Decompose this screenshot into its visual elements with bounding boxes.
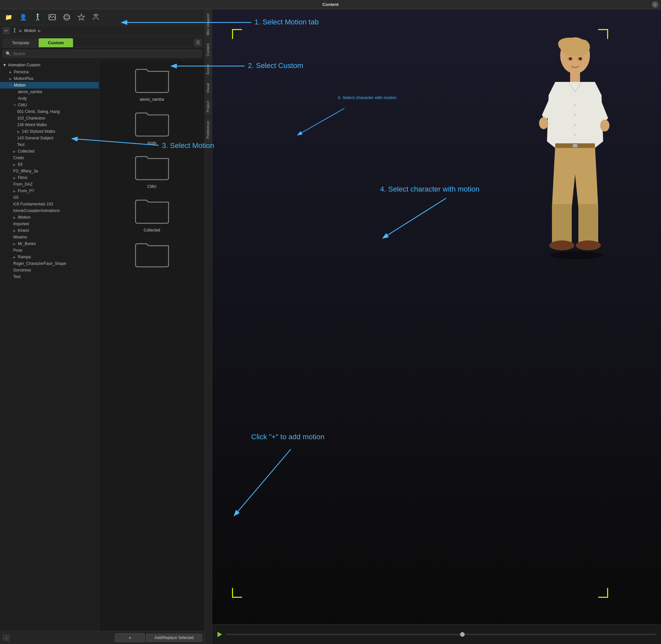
side-tab-visual[interactable]: Visual — [205, 79, 212, 97]
side-tab-content[interactable]: Content — [205, 39, 212, 61]
side-tab-mini-viewport[interactable]: Mini Viewport — [205, 9, 212, 39]
103-label: 103_Charleston — [17, 116, 45, 120]
fromdaz-label: From_DAZ — [13, 182, 33, 187]
breadcrumb-motion-icon — [12, 28, 17, 34]
tree-item-143[interactable]: 143 General Subject — [0, 135, 99, 141]
svg-rect-19 — [570, 72, 580, 82]
elf-arrow: ▶ — [13, 163, 17, 166]
001-label: 001 Climb, Swing, Hang — [17, 109, 60, 114]
folder-cmu-icon — [132, 151, 172, 182]
tree-item-sorceress[interactable]: Sorceress — [0, 267, 99, 273]
tree-root-label: ▼ Animation Custom — [0, 62, 99, 69]
add-replace-button[interactable]: Add/Replace Selected — [146, 634, 202, 642]
tree-item-001[interactable]: 001 Climb, Swing, Hang — [0, 108, 99, 115]
play-button[interactable] — [218, 632, 222, 637]
avatar-tab-icon[interactable] — [90, 11, 102, 23]
tree-item-kinect[interactable]: ▶ Kinect — [0, 227, 99, 234]
motion-tab-icon[interactable] — [32, 11, 44, 23]
tree-item-cmu[interactable]: ▼ CMU — [0, 102, 99, 108]
svg-point-31 — [574, 134, 576, 136]
tree-item-mixamo[interactable]: Mixamo — [0, 234, 99, 240]
tree-item-alexis[interactable]: alexis_samba — [0, 89, 99, 95]
tree-item-persona[interactable]: ▶ Persona — [0, 69, 99, 75]
tree-item-ic6[interactable]: iC6 Fundamentals 103 — [0, 201, 99, 207]
timeline-slider[interactable] — [226, 634, 656, 635]
mrbones-label: Mr_Bones — [18, 242, 36, 246]
folder-collected-icon — [132, 194, 172, 226]
tree-item-elf[interactable]: ▶ Elf — [0, 161, 99, 168]
bracket-bottom-left — [232, 588, 242, 598]
rampa-label: Rampa — [18, 255, 31, 259]
films-arrow: ▶ — [13, 176, 17, 180]
g5-label: G5 — [13, 195, 19, 200]
tab-bar: Template Custom ☰ — [0, 36, 204, 48]
tree-item-136[interactable]: 136 Weird Walks — [0, 121, 99, 128]
title-bar: Content × — [0, 0, 661, 9]
side-tab-preference[interactable]: Preference — [205, 117, 212, 143]
folder-extra[interactable] — [103, 238, 201, 272]
tree-item-fromp7[interactable]: ▶ From_P7 — [0, 188, 99, 194]
tree-item-roger[interactable]: Roger_CharacterFace_Shape — [0, 260, 99, 267]
svg-line-38 — [298, 108, 345, 135]
ic6-label: iC6 Fundamentals 103 — [13, 202, 53, 206]
fx-tab-icon[interactable] — [75, 11, 87, 23]
person-tab-icon[interactable]: 👤 — [17, 11, 29, 23]
collected-label: Collected — [18, 149, 35, 154]
close-button[interactable]: × — [652, 1, 658, 8]
tree-item-collected[interactable]: ▶ Collected — [0, 148, 99, 155]
bracket-bottom-right — [598, 588, 608, 598]
tab-custom[interactable]: Custom — [39, 38, 73, 47]
side-tab-project[interactable]: Project — [205, 97, 212, 116]
persona-label: Persona — [14, 70, 29, 74]
side-tab-scene[interactable]: Scene — [205, 60, 212, 78]
tree-item-test-motion[interactable]: Test — [0, 273, 99, 280]
tree-item-credo[interactable]: Credo — [0, 155, 99, 161]
scroll-down-button[interactable]: ↓ — [3, 634, 10, 641]
folder-collected-label: Collected — [144, 228, 160, 232]
image-tab-icon[interactable] — [46, 11, 58, 23]
main-layout: 📁 👤 ↩ ▶ Motion — [0, 9, 661, 644]
tree-item-mrbones[interactable]: ▶ Mr_Bones — [0, 240, 99, 247]
folder-alexis[interactable]: alexis_samba — [103, 63, 201, 102]
mrbones-arrow: ▶ — [13, 242, 17, 246]
back-button[interactable]: ↩ — [3, 27, 10, 34]
tree-item-motion[interactable]: ▼ Motion — [0, 82, 99, 89]
viewport-panel: FPS : 0 Project Triangle : 61258 Selecte… — [212, 9, 661, 644]
collected-arrow: ▶ — [13, 150, 17, 153]
svg-point-24 — [549, 240, 574, 250]
tab-menu-button[interactable]: ☰ — [194, 39, 202, 47]
tree-item-rampa[interactable]: ▶ Rampa — [0, 254, 99, 260]
folder-andy[interactable]: Andy — [103, 107, 201, 145]
tree-item-142[interactable]: ▶ 142 Stylized Walks — [0, 128, 99, 135]
search-bar: 🔍 — [0, 48, 204, 60]
tree-item-g5[interactable]: G5 — [0, 194, 99, 201]
folder-collected[interactable]: Collected — [103, 194, 201, 232]
svg-point-8 — [64, 16, 70, 19]
pose-label: Pose — [13, 248, 22, 253]
tree-item-andy[interactable]: Andy — [0, 95, 99, 102]
tab-template[interactable]: Template — [3, 38, 39, 47]
tree-item-103[interactable]: 103_Charleston — [0, 115, 99, 121]
folder-cmu[interactable]: CMU — [103, 151, 201, 189]
tree-item-test-cmu[interactable]: Test — [0, 141, 99, 148]
add-button[interactable]: + — [115, 634, 145, 642]
fromp7-label: From_P7 — [18, 189, 34, 193]
props-tab-icon[interactable] — [61, 11, 73, 23]
tree-item-films[interactable]: ▶ Films — [0, 175, 99, 181]
svg-point-6 — [50, 16, 51, 17]
tree-item-iclone[interactable]: IcloneCrusaderAnimations — [0, 207, 99, 214]
folder-tab-icon[interactable]: 📁 — [3, 11, 15, 23]
search-input[interactable] — [13, 51, 199, 56]
tree-item-fromdaz[interactable]: From_DAZ — [0, 181, 99, 188]
tree-root-arrow: ▼ — [3, 63, 7, 67]
tree-item-pose[interactable]: Pose — [0, 247, 99, 254]
viewport-3d: 4. Select character with motion — [212, 9, 661, 624]
svg-point-21 — [600, 119, 610, 132]
tree-item-motionplus[interactable]: ▶ MotionPlus — [0, 75, 99, 82]
tree-item-imotion[interactable]: ▶ iMotion — [0, 214, 99, 221]
tree-item-imported[interactable]: Imported — [0, 221, 99, 227]
tree-item-fgtiffany[interactable]: FG_tiffany_3a — [0, 168, 99, 175]
timeline-handle[interactable] — [460, 632, 465, 637]
cmu-arrow: ▼ — [13, 104, 17, 107]
films-label: Films — [18, 175, 27, 180]
